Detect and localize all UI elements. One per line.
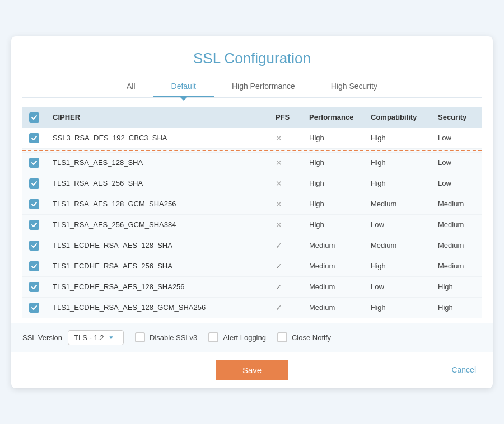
- header-compatibility: Compatibility: [364, 107, 431, 128]
- compatibility-cell: High: [364, 297, 431, 318]
- row-checkbox-cell: [22, 152, 46, 173]
- ssl-version-group: SSL Version TLS - 1.2 ▼: [22, 330, 124, 345]
- tab-bar: All Default High Performance High Securi…: [22, 76, 482, 98]
- pfs-check-icon: ✓: [276, 262, 282, 271]
- pfs-check-icon: ✓: [276, 303, 282, 312]
- tab-all[interactable]: All: [109, 76, 153, 97]
- performance-cell: Medium: [302, 235, 364, 256]
- row-checkbox-cell: [22, 128, 46, 149]
- security-cell: Low: [431, 173, 482, 194]
- select-all-checkbox[interactable]: [29, 112, 39, 123]
- cipher-name: TLS1_RSA_AES_256_GCM_SHA384: [46, 214, 269, 235]
- performance-cell: High: [302, 173, 364, 194]
- cipher-table: CIPHER PFS Performance Compatibility Sec…: [22, 107, 482, 318]
- cipher-name: TLS1_RSA_AES_256_SHA: [46, 173, 269, 194]
- header-performance: Performance: [302, 107, 364, 128]
- pfs-x-icon: ✕: [276, 134, 282, 143]
- row-checkbox[interactable]: [29, 178, 39, 189]
- table-header-row: CIPHER PFS Performance Compatibility Sec…: [22, 107, 482, 128]
- performance-cell: Medium: [302, 256, 364, 276]
- table-row: TLS1_ECDHE_RSA_AES_128_SHA✓MediumMediumM…: [22, 235, 482, 256]
- table-row: TLS1_RSA_AES_128_SHA✕HighHighLow: [22, 152, 482, 173]
- table-row: TLS1_ECDHE_RSA_AES_128_GCM_SHA256✓Medium…: [22, 297, 482, 318]
- compatibility-cell: Low: [364, 276, 431, 297]
- security-cell: Low: [431, 152, 482, 173]
- row-checkbox-cell: [22, 297, 46, 318]
- compatibility-cell: Low: [364, 214, 431, 235]
- ssl-divider-cell: [22, 148, 482, 152]
- row-checkbox-cell: [22, 214, 46, 235]
- cancel-button[interactable]: Cancel: [451, 365, 476, 374]
- row-checkbox[interactable]: [29, 282, 39, 292]
- pfs-cell: ✕: [269, 173, 302, 194]
- pfs-cell: ✓: [269, 256, 302, 276]
- pfs-cell: ✕: [269, 152, 302, 173]
- alert-logging-label: Alert Logging: [223, 333, 266, 342]
- compatibility-cell: High: [364, 173, 431, 194]
- row-checkbox[interactable]: [29, 220, 39, 230]
- row-checkbox[interactable]: [29, 133, 39, 143]
- ssl-version-value: TLS - 1.2: [74, 333, 104, 342]
- header-pfs: PFS: [269, 107, 302, 128]
- row-checkbox-cell: [22, 235, 46, 256]
- header-security: Security: [431, 107, 482, 128]
- alert-logging-group: Alert Logging: [208, 332, 266, 342]
- security-cell: Medium: [431, 235, 482, 256]
- disable-sslv3-checkbox[interactable]: [135, 332, 145, 342]
- cipher-name: TLS1_ECDHE_RSA_AES_128_GCM_SHA256: [46, 297, 269, 318]
- table-row: TLS1_ECDHE_RSA_AES_128_SHA256✓MediumLowH…: [22, 276, 482, 297]
- pfs-x-icon: ✕: [276, 200, 282, 209]
- row-checkbox[interactable]: [29, 241, 39, 251]
- pfs-cell: ✕: [269, 214, 302, 235]
- performance-cell: High: [302, 152, 364, 173]
- cipher-name: TLS1_RSA_AES_128_SHA: [46, 152, 269, 173]
- performance-cell: High: [302, 194, 364, 214]
- row-checkbox[interactable]: [29, 158, 39, 168]
- disable-sslv3-label: Disable SSLv3: [150, 333, 197, 342]
- row-checkbox[interactable]: [29, 261, 39, 271]
- pfs-cell: ✓: [269, 276, 302, 297]
- ssl-version-label: SSL Version: [22, 333, 62, 342]
- tab-high-security[interactable]: High Security: [313, 76, 395, 97]
- performance-cell: High: [302, 128, 364, 149]
- disable-sslv3-group: Disable SSLv3: [135, 332, 197, 342]
- pfs-check-icon: ✓: [276, 282, 282, 291]
- close-notify-checkbox[interactable]: [277, 332, 287, 342]
- compatibility-cell: High: [364, 152, 431, 173]
- security-cell: High: [431, 276, 482, 297]
- row-checkbox[interactable]: [29, 303, 39, 313]
- cipher-name: TLS1_ECDHE_RSA_AES_256_SHA: [46, 256, 269, 276]
- pfs-x-icon: ✕: [276, 179, 282, 188]
- compatibility-cell: Medium: [364, 235, 431, 256]
- row-checkbox[interactable]: [29, 199, 39, 209]
- performance-cell: Medium: [302, 276, 364, 297]
- pfs-cell: ✓: [269, 235, 302, 256]
- action-bar: Save Cancel: [11, 352, 493, 388]
- security-cell: High: [431, 297, 482, 318]
- save-button[interactable]: Save: [216, 360, 288, 380]
- table-row: SSL3_RSA_DES_192_CBC3_SHA✕HighHighLow: [22, 128, 482, 149]
- cipher-table-wrapper: CIPHER PFS Performance Compatibility Sec…: [11, 98, 493, 318]
- tab-high-performance[interactable]: High Performance: [214, 76, 313, 97]
- ssl-divider-row: [22, 148, 482, 152]
- pfs-check-icon: ✓: [276, 241, 282, 250]
- row-checkbox-cell: [22, 256, 46, 276]
- alert-logging-checkbox[interactable]: [208, 332, 218, 342]
- header-checkbox-cell: [22, 107, 46, 128]
- table-row: TLS1_ECDHE_RSA_AES_256_SHA✓MediumHighMed…: [22, 256, 482, 276]
- table-row: TLS1_RSA_AES_256_GCM_SHA384✕HighLowMediu…: [22, 214, 482, 235]
- footer-bar: SSL Version TLS - 1.2 ▼ Disable SSLv3 Al…: [11, 323, 493, 352]
- close-notify-label: Close Notify: [292, 333, 331, 342]
- pfs-cell: ✕: [269, 128, 302, 149]
- page-title: SSL Configuration: [11, 36, 493, 76]
- ssl-version-dropdown[interactable]: TLS - 1.2 ▼: [68, 330, 124, 345]
- performance-cell: High: [302, 214, 364, 235]
- pfs-x-icon: ✕: [276, 158, 282, 167]
- table-row: TLS1_RSA_AES_256_SHA✕HighHighLow: [22, 173, 482, 194]
- security-cell: Medium: [431, 256, 482, 276]
- close-notify-group: Close Notify: [277, 332, 331, 342]
- pfs-cell: ✕: [269, 194, 302, 214]
- compatibility-cell: Medium: [364, 194, 431, 214]
- tab-default[interactable]: Default: [153, 76, 214, 97]
- security-cell: Medium: [431, 214, 482, 235]
